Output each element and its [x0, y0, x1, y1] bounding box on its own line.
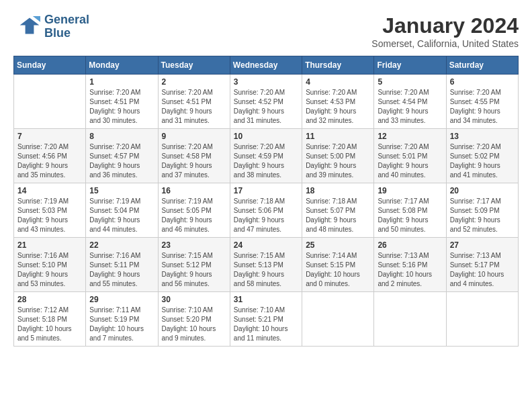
day-info: Sunrise: 7:16 AM Sunset: 5:10 PM Dayligh… — [17, 251, 82, 289]
svg-marker-0 — [20, 17, 40, 34]
day-number: 18 — [306, 186, 370, 195]
day-info: Sunrise: 7:20 AM Sunset: 5:00 PM Dayligh… — [306, 142, 370, 180]
day-number: 8 — [89, 132, 154, 141]
day-number: 30 — [162, 295, 226, 304]
day-number: 20 — [450, 186, 515, 195]
day-number: 14 — [17, 186, 82, 195]
day-number: 17 — [234, 186, 298, 195]
week-row-3: 14Sunrise: 7:19 AM Sunset: 5:03 PM Dayli… — [14, 183, 519, 238]
day-cell — [302, 292, 374, 347]
day-cell: 26Sunrise: 7:13 AM Sunset: 5:16 PM Dayli… — [374, 238, 446, 292]
day-info: Sunrise: 7:20 AM Sunset: 4:55 PM Dayligh… — [450, 88, 515, 126]
day-number: 5 — [378, 77, 442, 87]
day-number: 13 — [450, 132, 515, 141]
day-cell: 14Sunrise: 7:19 AM Sunset: 5:03 PM Dayli… — [14, 183, 86, 238]
day-info: Sunrise: 7:20 AM Sunset: 4:56 PM Dayligh… — [17, 142, 82, 180]
day-number: 29 — [89, 295, 154, 304]
day-info: Sunrise: 7:20 AM Sunset: 4:53 PM Dayligh… — [306, 88, 370, 126]
day-info: Sunrise: 7:20 AM Sunset: 4:51 PM Dayligh… — [162, 88, 226, 126]
day-info: Sunrise: 7:10 AM Sunset: 5:20 PM Dayligh… — [162, 306, 226, 343]
day-info: Sunrise: 7:20 AM Sunset: 4:52 PM Dayligh… — [234, 88, 298, 126]
day-info: Sunrise: 7:17 AM Sunset: 5:09 PM Dayligh… — [450, 197, 515, 234]
logo: General Blue — [13, 13, 89, 40]
day-number: 22 — [89, 240, 154, 250]
header-row: SundayMondayTuesdayWednesdayThursdayFrid… — [14, 56, 519, 75]
header-tuesday: Tuesday — [158, 56, 230, 75]
day-number: 2 — [162, 77, 226, 87]
week-row-1: 1Sunrise: 7:20 AM Sunset: 4:51 PM Daylig… — [14, 75, 519, 129]
day-cell: 19Sunrise: 7:17 AM Sunset: 5:08 PM Dayli… — [374, 183, 446, 238]
day-info: Sunrise: 7:20 AM Sunset: 4:58 PM Dayligh… — [162, 142, 226, 180]
day-cell: 27Sunrise: 7:13 AM Sunset: 5:17 PM Dayli… — [446, 238, 518, 292]
day-number: 11 — [306, 132, 370, 141]
page-header: General Blue January 2024 Somerset, Cali… — [13, 13, 519, 49]
title-section: January 2024 Somerset, California, Unite… — [371, 13, 519, 49]
day-cell: 9Sunrise: 7:20 AM Sunset: 4:58 PM Daylig… — [158, 129, 230, 183]
calendar-title: January 2024 — [371, 13, 519, 38]
day-number: 3 — [234, 77, 298, 87]
day-cell: 3Sunrise: 7:20 AM Sunset: 4:52 PM Daylig… — [230, 75, 302, 129]
day-cell: 13Sunrise: 7:20 AM Sunset: 5:02 PM Dayli… — [446, 129, 518, 183]
day-number: 10 — [234, 132, 298, 141]
day-number: 15 — [89, 186, 154, 195]
day-info: Sunrise: 7:20 AM Sunset: 4:59 PM Dayligh… — [234, 142, 298, 180]
logo-icon — [13, 13, 40, 40]
day-info: Sunrise: 7:19 AM Sunset: 5:04 PM Dayligh… — [89, 197, 154, 234]
day-info: Sunrise: 7:18 AM Sunset: 5:06 PM Dayligh… — [234, 197, 298, 234]
day-info: Sunrise: 7:19 AM Sunset: 5:05 PM Dayligh… — [162, 197, 226, 234]
calendar-table: SundayMondayTuesdayWednesdayThursdayFrid… — [13, 56, 519, 347]
day-info: Sunrise: 7:20 AM Sunset: 5:01 PM Dayligh… — [378, 142, 442, 180]
day-info: Sunrise: 7:10 AM Sunset: 5:21 PM Dayligh… — [234, 306, 298, 343]
day-cell: 24Sunrise: 7:15 AM Sunset: 5:13 PM Dayli… — [230, 238, 302, 292]
header-wednesday: Wednesday — [230, 56, 302, 75]
day-cell: 11Sunrise: 7:20 AM Sunset: 5:00 PM Dayli… — [302, 129, 374, 183]
header-thursday: Thursday — [302, 56, 374, 75]
day-number: 27 — [450, 240, 515, 250]
day-cell: 17Sunrise: 7:18 AM Sunset: 5:06 PM Dayli… — [230, 183, 302, 238]
day-info: Sunrise: 7:20 AM Sunset: 4:57 PM Dayligh… — [89, 142, 154, 180]
day-number: 7 — [17, 132, 82, 141]
day-number: 28 — [17, 295, 82, 304]
day-info: Sunrise: 7:18 AM Sunset: 5:07 PM Dayligh… — [306, 197, 370, 234]
day-number: 23 — [162, 240, 226, 250]
day-cell: 2Sunrise: 7:20 AM Sunset: 4:51 PM Daylig… — [158, 75, 230, 129]
day-info: Sunrise: 7:14 AM Sunset: 5:15 PM Dayligh… — [306, 251, 370, 289]
day-number: 16 — [162, 186, 226, 195]
day-cell: 16Sunrise: 7:19 AM Sunset: 5:05 PM Dayli… — [158, 183, 230, 238]
day-info: Sunrise: 7:11 AM Sunset: 5:19 PM Dayligh… — [89, 306, 154, 343]
day-cell: 22Sunrise: 7:16 AM Sunset: 5:11 PM Dayli… — [86, 238, 158, 292]
header-monday: Monday — [86, 56, 158, 75]
day-number: 25 — [306, 240, 370, 250]
day-info: Sunrise: 7:20 AM Sunset: 4:51 PM Dayligh… — [89, 88, 154, 126]
day-cell: 7Sunrise: 7:20 AM Sunset: 4:56 PM Daylig… — [14, 129, 86, 183]
day-cell: 29Sunrise: 7:11 AM Sunset: 5:19 PM Dayli… — [86, 292, 158, 347]
day-info: Sunrise: 7:12 AM Sunset: 5:18 PM Dayligh… — [17, 306, 82, 343]
week-row-2: 7Sunrise: 7:20 AM Sunset: 4:56 PM Daylig… — [14, 129, 519, 183]
day-number: 24 — [234, 240, 298, 250]
calendar-subtitle: Somerset, California, United States — [371, 38, 519, 49]
day-cell: 20Sunrise: 7:17 AM Sunset: 5:09 PM Dayli… — [446, 183, 518, 238]
day-cell: 12Sunrise: 7:20 AM Sunset: 5:01 PM Dayli… — [374, 129, 446, 183]
day-info: Sunrise: 7:17 AM Sunset: 5:08 PM Dayligh… — [378, 197, 442, 234]
day-number: 19 — [378, 186, 442, 195]
day-number: 6 — [450, 77, 515, 87]
logo-text: General Blue — [44, 13, 89, 40]
header-friday: Friday — [374, 56, 446, 75]
day-cell: 10Sunrise: 7:20 AM Sunset: 4:59 PM Dayli… — [230, 129, 302, 183]
day-number: 4 — [306, 77, 370, 87]
day-number: 1 — [89, 77, 154, 87]
day-number: 9 — [162, 132, 226, 141]
day-info: Sunrise: 7:20 AM Sunset: 5:02 PM Dayligh… — [450, 142, 515, 180]
header-saturday: Saturday — [446, 56, 518, 75]
day-cell: 23Sunrise: 7:15 AM Sunset: 5:12 PM Dayli… — [158, 238, 230, 292]
day-info: Sunrise: 7:16 AM Sunset: 5:11 PM Dayligh… — [89, 251, 154, 289]
day-cell: 18Sunrise: 7:18 AM Sunset: 5:07 PM Dayli… — [302, 183, 374, 238]
day-cell: 25Sunrise: 7:14 AM Sunset: 5:15 PM Dayli… — [302, 238, 374, 292]
day-cell: 28Sunrise: 7:12 AM Sunset: 5:18 PM Dayli… — [14, 292, 86, 347]
day-cell — [446, 292, 518, 347]
day-cell: 4Sunrise: 7:20 AM Sunset: 4:53 PM Daylig… — [302, 75, 374, 129]
day-cell — [14, 75, 86, 129]
week-row-5: 28Sunrise: 7:12 AM Sunset: 5:18 PM Dayli… — [14, 292, 519, 347]
day-info: Sunrise: 7:13 AM Sunset: 5:17 PM Dayligh… — [450, 251, 515, 289]
day-info: Sunrise: 7:15 AM Sunset: 5:13 PM Dayligh… — [234, 251, 298, 289]
